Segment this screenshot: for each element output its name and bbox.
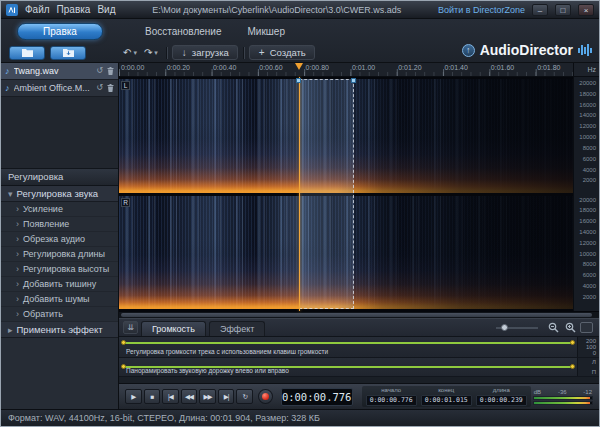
tick-label: 0:00.20 xyxy=(167,64,190,71)
selection-info: начало 0:00:00.776 конец 0:00:01.015 дли… xyxy=(362,386,531,407)
keyframe-dot[interactable] xyxy=(570,364,575,369)
frequency-scale-column: 2000018000160001400012000100008000600040… xyxy=(573,77,599,311)
zoom-out-icon[interactable] xyxy=(546,321,560,334)
field-label: конец xyxy=(438,387,454,394)
reload-file-icon[interactable]: ↺ xyxy=(96,84,103,92)
freq-label: 6000 xyxy=(583,156,596,162)
volume-keyframe-line[interactable] xyxy=(124,342,572,344)
zoom-slider-thumb[interactable] xyxy=(501,324,508,331)
stop-button[interactable]: ■ xyxy=(144,389,161,404)
undo-icon[interactable]: ↶ xyxy=(123,47,131,58)
meter-fill xyxy=(534,397,590,399)
chevron-right-icon: › xyxy=(16,204,19,214)
scrollbar-thumb[interactable] xyxy=(121,313,592,317)
timeline-ruler-row: 0:00.00 0:00.20 0:00.40 0:00.60 0:00.80 … xyxy=(119,63,599,77)
minimize-button[interactable]: – xyxy=(532,4,548,16)
go-to-end-button[interactable]: ▶| xyxy=(218,389,235,404)
redo-caret-icon[interactable]: ▾ xyxy=(154,49,158,57)
tab-volume[interactable]: Громкость xyxy=(141,321,206,336)
chevron-right-icon: › xyxy=(16,264,19,274)
file-name: Ambient Office.M... xyxy=(14,83,93,93)
upload-directorzone-icon[interactable]: ↑ xyxy=(462,44,475,57)
file-name: Twang.wav xyxy=(14,66,93,76)
chevron-right-icon: › xyxy=(16,294,19,304)
playhead-marker[interactable] xyxy=(295,63,303,70)
time-selection-region[interactable] xyxy=(299,79,354,309)
list-item-twang[interactable]: ♪ Twang.wav ↺ xyxy=(1,63,118,80)
step-forward-button[interactable]: ▶▶ xyxy=(199,389,216,404)
meter-label: -12 xyxy=(583,389,592,395)
timeline-ruler[interactable]: 0:00.00 0:00.20 0:00.40 0:00.60 0:00.80 … xyxy=(119,63,573,76)
menu-file[interactable]: Файл xyxy=(25,4,50,15)
menu-edit[interactable]: Правка xyxy=(57,4,91,15)
tab-effect[interactable]: Эффект xyxy=(209,321,265,336)
tree-item-fade[interactable]: ›Появление xyxy=(1,217,118,232)
tree-item-gain[interactable]: ›Усиление xyxy=(1,202,118,217)
chevron-right-icon: › xyxy=(16,309,19,319)
loop-button[interactable]: ↻ xyxy=(236,389,253,404)
download-button[interactable]: ↓ загрузка xyxy=(172,45,238,60)
tab-restore[interactable]: Восстановление xyxy=(145,26,222,37)
trash-icon[interactable] xyxy=(107,84,114,92)
undo-caret-icon[interactable]: ▾ xyxy=(133,49,137,57)
freq-label: 8000 xyxy=(583,261,596,267)
list-item-ambient[interactable]: ♪ Ambient Office.M... ↺ xyxy=(1,80,118,97)
create-button[interactable]: + Создать xyxy=(249,45,315,60)
zoom-slider[interactable] xyxy=(496,327,538,329)
tab-mixer[interactable]: Микшер xyxy=(248,26,285,37)
tree-item-trim-audio[interactable]: ›Обрезка аудио xyxy=(1,232,118,247)
channel-badge: R xyxy=(121,198,130,207)
chevron-right-icon: › xyxy=(16,279,19,289)
collapse-panel-button[interactable]: ⇊ xyxy=(123,321,138,334)
zoom-in-icon[interactable] xyxy=(563,321,577,334)
tick-label: 0:00.60 xyxy=(259,64,282,71)
tree-item-adjust-pitch[interactable]: ›Регулировка высоты xyxy=(1,262,118,277)
tree-group-apply-effect[interactable]: ▸ Применить эффект xyxy=(1,322,118,338)
keyframe-dot[interactable] xyxy=(570,340,575,345)
freq-label: 14000 xyxy=(579,112,596,118)
tree-item-adjust-length[interactable]: ›Регулировка длины xyxy=(1,247,118,262)
tree-item-label: Обратить xyxy=(23,309,63,319)
maximize-button[interactable]: □ xyxy=(555,4,571,16)
directorzone-signin-link[interactable]: Войти в DirectorZone xyxy=(438,5,525,15)
horizontal-scrollbar[interactable] xyxy=(119,311,599,318)
sidebar: ♪ Twang.wav ↺ ♪ Ambient Office.M... ↺ Ре… xyxy=(1,63,119,409)
frequency-scale-right: 2000018000160001400012000100008000600040… xyxy=(574,196,599,310)
redo-icon[interactable]: ↷ xyxy=(144,47,152,58)
selection-start-handle[interactable] xyxy=(296,78,301,83)
close-button[interactable]: × xyxy=(578,4,594,16)
header: Правка Восстановление Микшер ↶ ▾ ↷ ▾ xyxy=(1,19,599,63)
content: ♪ Twang.wav ↺ ♪ Ambient Office.M... ↺ Ре… xyxy=(1,63,599,409)
selection-end-handle[interactable] xyxy=(351,78,356,83)
selection-length: длина 0:00:00.239 xyxy=(476,387,527,406)
freq-label: 10000 xyxy=(579,251,596,257)
record-button[interactable] xyxy=(258,389,273,404)
reload-file-icon[interactable]: ↺ xyxy=(96,67,103,75)
tree-item-reverse[interactable]: ›Обратить xyxy=(1,307,118,322)
trash-icon[interactable] xyxy=(107,67,114,75)
import-file-button[interactable] xyxy=(9,46,45,60)
tick-label: 0:01.00 xyxy=(352,64,375,71)
field-label: начало xyxy=(381,387,401,394)
tick-label: 0:01.40 xyxy=(445,64,468,71)
menu-view[interactable]: Вид xyxy=(97,4,115,15)
tree-item-insert-noise[interactable]: ›Добавить шумы xyxy=(1,292,118,307)
tree-item-insert-silence[interactable]: ›Добавить тишину xyxy=(1,277,118,292)
tab-edit[interactable]: Правка xyxy=(17,23,103,40)
current-time-display: 0:00:00.776 xyxy=(281,388,353,406)
step-back-button[interactable]: ◀◀ xyxy=(181,389,198,404)
go-to-start-button[interactable]: |◀ xyxy=(162,389,179,404)
fit-to-window-icon[interactable] xyxy=(580,322,593,333)
playhead-line[interactable] xyxy=(299,77,300,311)
channel-badge: L xyxy=(121,81,130,90)
tick-label: 0:00.40 xyxy=(213,64,236,71)
volume-track-canvas[interactable]: Регулировка громкости трека с использова… xyxy=(119,337,577,357)
selection-start: начало 0:00:00.776 xyxy=(366,387,417,406)
tree-group-adjust-sound[interactable]: ▾ Регулировка звука xyxy=(1,186,118,202)
play-button[interactable]: ▶ xyxy=(125,389,142,404)
keyframe-dot[interactable] xyxy=(121,340,126,345)
import-folder-button[interactable] xyxy=(50,46,86,60)
pan-track-canvas[interactable]: Панорамировать звуковую дорожку влево ил… xyxy=(119,358,577,376)
freq-label: 2000 xyxy=(583,294,596,300)
tree-item-label: Добавить тишину xyxy=(23,279,96,289)
